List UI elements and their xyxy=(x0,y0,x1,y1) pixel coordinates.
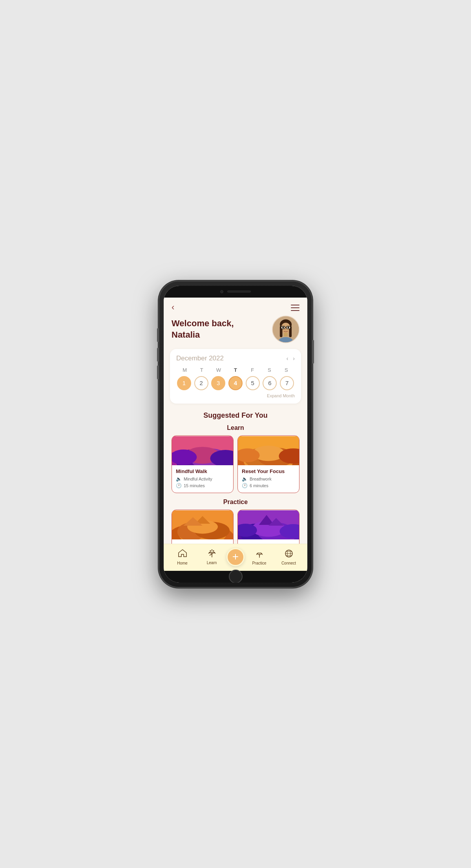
mindful-walk-card[interactable]: Mindful Walk 🔈 Mindful Activity 🕐 15 min… xyxy=(172,435,234,493)
date-2[interactable]: 2 xyxy=(194,376,208,390)
day-label-f: F xyxy=(244,367,261,373)
speaker-icon-2: 🔈 xyxy=(242,476,248,482)
reset-focus-practice-card[interactable]: Reset Your Focus 🔈 Breathwork 🕐 6 minute… xyxy=(172,510,234,544)
home-label: Home xyxy=(177,561,188,565)
practice-section-title: Practice xyxy=(172,499,299,506)
reset-focus-learn-type: 🔈 Breathwork xyxy=(242,476,295,482)
calendar-header: December 2022 ‹ › xyxy=(176,355,295,362)
practice-label: Practice xyxy=(252,561,266,565)
reset-focus-practice-info: Reset Your Focus 🔈 Breathwork 🕐 6 minute… xyxy=(172,539,233,544)
day-label-s1: S xyxy=(261,367,278,373)
nav-learn[interactable]: Learn xyxy=(197,549,226,565)
svg-point-9 xyxy=(282,326,284,328)
expand-month-button[interactable]: Expand Month xyxy=(176,393,295,398)
camera-dot xyxy=(220,290,223,293)
nav-home[interactable]: Home xyxy=(168,549,197,565)
day-label-w: W xyxy=(210,367,227,373)
speaker-icon: 🔈 xyxy=(176,476,182,482)
svg-point-60 xyxy=(211,549,212,550)
calendar-dates: 1 2 3 4 5 6 7 xyxy=(176,376,295,390)
connect-label: Connect xyxy=(281,561,296,565)
nav-connect[interactable]: Connect xyxy=(274,549,303,565)
learn-cards-grid: Mindful Walk 🔈 Mindful Activity 🕐 15 min… xyxy=(172,435,299,493)
mindful-walk-title: Mindful Walk xyxy=(176,468,229,474)
date-4[interactable]: 4 xyxy=(228,376,243,390)
why-practice-image xyxy=(238,510,299,539)
calendar-month: December 2022 xyxy=(176,355,224,362)
nav-add-button[interactable]: + xyxy=(226,548,245,566)
app-header: ‹ xyxy=(164,298,307,316)
svg-point-59 xyxy=(210,550,211,551)
day-label-s2: S xyxy=(278,367,295,373)
calendar-next-button[interactable]: › xyxy=(293,355,295,362)
day-label-m: M xyxy=(176,367,193,373)
speaker-bar xyxy=(227,291,251,292)
clock-icon-2: 🕐 xyxy=(242,483,248,488)
connect-icon xyxy=(284,549,294,560)
reset-focus-learn-info: Reset Your Focus 🔈 Breathwork 🕐 6 minute… xyxy=(238,465,299,493)
welcome-section: Welcome back, Natalia xyxy=(164,316,307,349)
calendar-days-header: M T W T F S S xyxy=(176,367,295,373)
welcome-greeting: Welcome back, Natalia xyxy=(172,318,234,340)
svg-point-10 xyxy=(287,326,289,328)
svg-point-16 xyxy=(285,329,287,330)
clock-icon-1: 🕐 xyxy=(176,483,182,488)
reset-focus-practice-image xyxy=(172,510,233,539)
practice-icon xyxy=(255,549,264,560)
avatar[interactable] xyxy=(272,316,299,343)
day-label-t1: T xyxy=(193,367,210,373)
date-5[interactable]: 5 xyxy=(246,376,260,390)
mindful-walk-image xyxy=(172,436,233,465)
learn-icon xyxy=(206,549,217,559)
home-icon xyxy=(178,549,187,560)
nav-practice[interactable]: Practice xyxy=(245,549,274,565)
reset-focus-learn-duration: 🕐 6 minutes xyxy=(242,483,295,488)
menu-line-2 xyxy=(291,307,299,308)
calendar-prev-button[interactable]: ‹ xyxy=(287,355,288,362)
home-button[interactable] xyxy=(229,570,243,583)
learn-label: Learn xyxy=(207,561,217,565)
menu-line-3 xyxy=(291,310,299,311)
reset-focus-learn-card[interactable]: Reset Your Focus 🔈 Breathwork 🕐 6 minute… xyxy=(237,435,299,493)
home-button-area xyxy=(164,571,307,583)
app-content: ‹ Welcome back, Natalia xyxy=(164,298,307,544)
welcome-text: Welcome back, Natalia xyxy=(172,318,234,340)
date-6[interactable]: 6 xyxy=(263,376,277,390)
suggested-title: Suggested For You xyxy=(172,411,299,420)
svg-rect-6 xyxy=(284,333,287,336)
menu-line-1 xyxy=(291,305,299,305)
mindful-walk-info: Mindful Walk 🔈 Mindful Activity 🕐 15 min… xyxy=(172,465,233,493)
plus-icon: + xyxy=(232,551,239,562)
phone-shell: ‹ Welcome back, Natalia xyxy=(159,281,312,587)
suggested-section: Suggested For You Learn xyxy=(164,409,307,544)
why-practice-info: Why Practice? 📖 Article 🕐 10 minutes xyxy=(238,539,299,544)
menu-button[interactable] xyxy=(291,303,299,311)
calendar-section: December 2022 ‹ › M T W T F S S 1 xyxy=(170,349,301,404)
svg-point-61 xyxy=(213,550,214,551)
calendar-nav: ‹ › xyxy=(287,355,295,362)
phone-screen: ‹ Welcome back, Natalia xyxy=(164,286,307,583)
why-practice-card[interactable]: Why Practice? 📖 Article 🕐 10 minutes xyxy=(237,510,299,544)
bottom-nav: Home Learn xyxy=(164,544,307,571)
back-button[interactable]: ‹ xyxy=(172,303,174,312)
date-1[interactable]: 1 xyxy=(177,376,191,390)
day-label-t2: T xyxy=(227,367,244,373)
date-7[interactable]: 7 xyxy=(280,376,294,390)
reset-focus-learn-image xyxy=(238,436,299,465)
top-bar xyxy=(164,286,307,298)
mindful-walk-type: 🔈 Mindful Activity xyxy=(176,476,229,482)
mindful-walk-duration: 🕐 15 minutes xyxy=(176,483,229,488)
reset-focus-learn-title: Reset Your Focus xyxy=(242,468,295,474)
learn-section-title: Learn xyxy=(172,424,299,431)
practice-cards-grid: Reset Your Focus 🔈 Breathwork 🕐 6 minute… xyxy=(172,510,299,544)
date-3[interactable]: 3 xyxy=(211,376,225,390)
